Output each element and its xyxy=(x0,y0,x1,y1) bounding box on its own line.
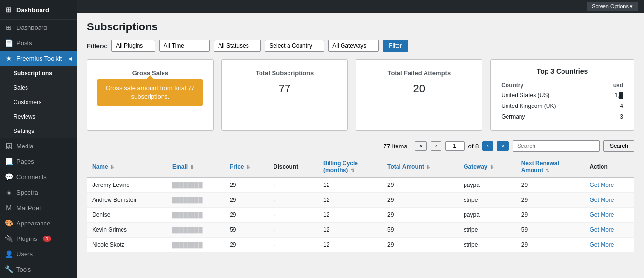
cell-gateway: stripe xyxy=(459,193,517,208)
sidebar-item-users[interactable]: 👤 Users xyxy=(0,246,77,262)
top3-usd: 1,█ xyxy=(601,91,625,100)
page-input[interactable] xyxy=(445,141,465,151)
cell-total-amount: 29 xyxy=(383,178,459,193)
total-subscriptions-value: 77 xyxy=(232,82,338,95)
time-filter[interactable]: All Time Last 7 Days Last 30 Days Last 9… xyxy=(159,40,210,52)
cell-gateway: stripe xyxy=(459,223,517,238)
page-last-button[interactable]: » xyxy=(497,141,509,151)
posts-icon: 📄 xyxy=(5,39,13,47)
page-next-button[interactable]: › xyxy=(482,141,493,151)
gateway-sort-icon: ⇅ xyxy=(490,165,494,170)
cell-action[interactable]: Get More xyxy=(585,223,634,238)
sidebar-item-ft-settings[interactable]: Settings xyxy=(0,124,77,138)
sidebar-item-customers[interactable]: Customers xyxy=(0,95,77,109)
top3-usd-header: usd xyxy=(601,81,625,90)
cell-price: 59 xyxy=(225,223,269,238)
plugin-filter[interactable]: All Plugins xyxy=(111,40,155,52)
gateway-filter[interactable]: All Gateways PayPal Stripe xyxy=(328,40,379,52)
get-more-link[interactable]: Get More xyxy=(589,226,614,233)
cell-price: 29 xyxy=(225,238,269,252)
sidebar-item-spectra[interactable]: ◈ Spectra xyxy=(0,185,77,200)
col-total-amount[interactable]: Total Amount ⇅ xyxy=(383,156,459,178)
sidebar-item-sales[interactable]: Sales xyxy=(0,80,77,95)
content-area: Subscriptions Filters: All Plugins All T… xyxy=(77,13,644,278)
cell-name: Nicole Skotz xyxy=(87,238,168,252)
freemius-arrow: ◀ xyxy=(69,56,72,61)
status-filter[interactable]: All Statuses Active Cancelled Expired xyxy=(214,40,261,52)
cell-discount: - xyxy=(269,178,318,193)
col-next-renewal[interactable]: Next RenewalAmount ⇅ xyxy=(517,156,585,178)
sidebar-item-subscriptions[interactable]: Subscriptions xyxy=(0,66,77,80)
page-of-label: of 8 xyxy=(468,143,479,150)
sidebar-item-mailpoet[interactable]: M MailPoet xyxy=(0,200,77,215)
cell-price: 29 xyxy=(225,178,269,193)
sidebar-item-dashboard[interactable]: ⊞ Dashboard xyxy=(0,20,77,35)
get-more-link[interactable]: Get More xyxy=(589,212,614,218)
table-row: Jeremy Levine ████████ 29 - 12 29 paypal… xyxy=(87,178,634,193)
page-prev-button[interactable]: ‹ xyxy=(431,141,441,151)
cell-total-amount: 59 xyxy=(383,223,459,238)
cell-action[interactable]: Get More xyxy=(585,208,634,223)
cell-name: Denise xyxy=(87,208,168,223)
sidebar: ⊞ Dashboard ⊞ Dashboard 📄 Posts ★ Freemi… xyxy=(0,0,77,278)
top3-title: Top 3 Countries xyxy=(498,67,626,75)
sidebar-item-tools[interactable]: 🔧 Tools xyxy=(0,262,77,277)
sidebar-item-freemius[interactable]: ★ Freemius Toolkit ◀ xyxy=(0,51,77,66)
name-sort-icon: ⇅ xyxy=(110,165,114,170)
mailpoet-icon: M xyxy=(5,204,13,212)
col-gateway[interactable]: Gateway ⇅ xyxy=(459,156,517,178)
email-sort-icon: ⇅ xyxy=(190,165,194,170)
media-icon: 🖼 xyxy=(5,142,13,150)
cell-action[interactable]: Get More xyxy=(585,178,634,193)
cell-next-renewal: 29 xyxy=(517,238,585,252)
top3-table: Country usd United States (US)1,█United … xyxy=(498,80,626,122)
get-more-link[interactable]: Get More xyxy=(589,182,614,188)
screen-options-button[interactable]: Screen Options ▾ xyxy=(587,2,638,11)
get-more-link[interactable]: Get More xyxy=(589,241,614,248)
sidebar-item-plugins[interactable]: 🔌 Plugins 1 xyxy=(0,231,77,246)
cell-discount: - xyxy=(269,193,318,208)
country-filter[interactable]: Select a Country xyxy=(265,40,324,52)
items-count: 77 items xyxy=(384,143,407,150)
tools-icon: 🔧 xyxy=(5,265,13,273)
sidebar-item-posts[interactable]: 📄 Posts xyxy=(0,35,77,51)
sidebar-item-comments[interactable]: 💬 Comments xyxy=(0,169,77,185)
screen-options-bar: Screen Options ▾ xyxy=(77,0,644,13)
get-more-link[interactable]: Get More xyxy=(589,197,614,203)
table-row: Kevin Grimes ████████ 59 - 12 59 stripe … xyxy=(87,223,634,238)
col-billing-cycle[interactable]: Billing Cycle(months) ⇅ xyxy=(318,156,383,178)
cell-action[interactable]: Get More xyxy=(585,238,634,252)
pages-icon: 📃 xyxy=(5,158,13,165)
renewal-sort-icon: ⇅ xyxy=(546,168,549,173)
appearance-icon: 🎨 xyxy=(5,219,13,227)
filter-button[interactable]: Filter xyxy=(383,40,408,52)
page-first-button[interactable]: « xyxy=(415,141,427,151)
sidebar-item-media[interactable]: 🖼 Media xyxy=(0,138,77,154)
top3-countries-card: Top 3 Countries Country usd United State… xyxy=(490,59,634,131)
col-price[interactable]: Price ⇅ xyxy=(225,156,269,178)
top3-usd: 4 xyxy=(601,101,625,111)
cell-email: ████████ xyxy=(167,193,225,208)
sidebar-item-reviews[interactable]: Reviews xyxy=(0,109,77,124)
top3-row: Germany3 xyxy=(499,112,625,121)
table-header-row: Name ⇅ Email ⇅ Price ⇅ Discount Billing … xyxy=(87,156,634,178)
plugins-badge: 1 xyxy=(43,236,52,242)
top3-row: United States (US)1,█ xyxy=(499,91,625,100)
cell-billing-cycle: 12 xyxy=(318,178,383,193)
cell-action[interactable]: Get More xyxy=(585,193,634,208)
billing-sort-icon: ⇅ xyxy=(351,168,355,173)
col-discount: Discount xyxy=(269,156,318,178)
search-button[interactable]: Search xyxy=(603,140,634,152)
cell-billing-cycle: 12 xyxy=(318,208,383,223)
gross-sales-tooltip: Gross sale amount from total 77 subscrip… xyxy=(97,79,203,106)
cell-email: ████████ xyxy=(167,223,225,238)
plugins-icon: 🔌 xyxy=(5,235,13,242)
gross-sales-card: Gross Sales USD: 3 ████ Gross sale amoun… xyxy=(87,59,214,131)
cell-total-amount: 29 xyxy=(383,238,459,252)
col-name[interactable]: Name ⇅ xyxy=(87,156,168,178)
search-input[interactable] xyxy=(513,140,600,152)
sidebar-item-appearance[interactable]: 🎨 Appearance xyxy=(0,215,77,231)
sidebar-item-pages[interactable]: 📃 Pages xyxy=(0,154,77,169)
cell-gateway: paypal xyxy=(459,208,517,223)
col-email[interactable]: Email ⇅ xyxy=(167,156,225,178)
